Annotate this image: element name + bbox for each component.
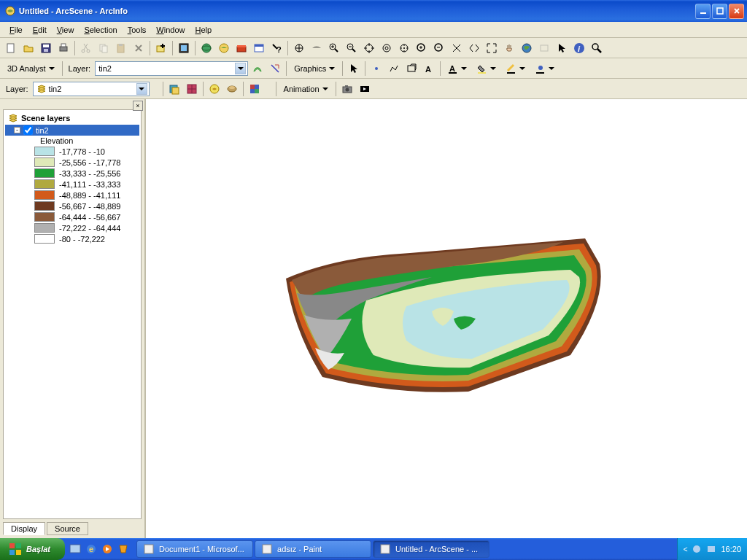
full-extent-globe-icon[interactable]	[519, 40, 535, 56]
line-icon[interactable]	[386, 61, 402, 77]
select-arrow-icon[interactable]	[554, 40, 570, 56]
set-observer-icon[interactable]	[396, 40, 412, 56]
svg-rect-51	[172, 88, 179, 94]
select-graphics-icon[interactable]	[346, 61, 362, 77]
tray-icon-1[interactable]	[692, 544, 702, 554]
save-icon[interactable]	[38, 40, 54, 56]
font-color-dropdown[interactable]: A	[444, 61, 471, 77]
legend-label: -25,556 - -17,778	[59, 158, 120, 167]
tab-display[interactable]: Display	[3, 522, 45, 535]
open-icon[interactable]	[20, 40, 36, 56]
pan-icon[interactable]	[501, 40, 517, 56]
add-data-icon[interactable]	[153, 40, 169, 56]
zoom-target-icon[interactable]	[379, 40, 395, 56]
arcmap-icon[interactable]	[216, 40, 232, 56]
text-icon[interactable]: A	[421, 61, 437, 77]
toggle-ortho-icon[interactable]	[536, 40, 552, 56]
menu-view[interactable]: View	[52, 24, 80, 36]
legend-row: -56,667 - -48,889	[5, 201, 139, 211]
svg-rect-42	[408, 66, 415, 71]
toolbox-icon[interactable]	[233, 40, 249, 56]
legend-label: -64,444 - -56,667	[59, 213, 120, 222]
zoom-in-icon[interactable]	[326, 40, 342, 56]
close-button[interactable]	[729, 4, 744, 19]
legend-swatch	[34, 147, 55, 156]
minimize-button[interactable]	[695, 4, 711, 19]
zoom-out-icon[interactable]	[344, 40, 360, 56]
play-controls-icon[interactable]	[357, 81, 373, 97]
fly-icon[interactable]	[309, 40, 325, 56]
full-extent-icon[interactable]	[484, 40, 500, 56]
marker-color-dropdown[interactable]	[531, 61, 559, 77]
menu-window[interactable]: Window	[151, 24, 190, 36]
rectangle-icon[interactable]	[403, 61, 419, 77]
taskbar-item[interactable]: adsız - Paint	[255, 540, 371, 558]
graphics-dropdown[interactable]: Graphics	[290, 61, 339, 77]
widen-fov-icon[interactable]	[466, 40, 482, 56]
fill-color-dropdown[interactable]	[473, 61, 500, 77]
standard-toolbar: ? i	[0, 38, 747, 58]
cut-icon[interactable]	[78, 40, 94, 56]
menu-selection[interactable]: Selection	[79, 24, 122, 36]
layer-combo-2[interactable]: tin2	[33, 82, 150, 96]
ie-icon[interactable]: e	[85, 543, 97, 555]
legend-label: -48,889 - -41,111	[59, 191, 120, 200]
3d-viewport[interactable]	[146, 99, 747, 538]
svg-point-33	[403, 47, 405, 49]
clock[interactable]: 16:20	[721, 545, 741, 553]
arccatalog-icon[interactable]	[198, 40, 214, 56]
tray-icon-2[interactable]	[706, 544, 716, 554]
navigate-icon[interactable]	[291, 40, 307, 56]
help-icon[interactable]: ?	[268, 40, 285, 56]
menu-edit[interactable]: Edit	[28, 24, 52, 36]
print-icon[interactable]	[55, 40, 71, 56]
menu-help[interactable]: Help	[190, 24, 217, 36]
contour-icon[interactable]	[249, 61, 266, 77]
reclassify-icon[interactable]	[247, 81, 263, 97]
legend-row: -80 - -72,222	[5, 233, 139, 244]
show-desktop-icon[interactable]	[69, 543, 81, 555]
surface-icon[interactable]	[224, 81, 240, 97]
maximize-button[interactable]	[712, 4, 727, 19]
menu-tools[interactable]: Tools	[123, 24, 152, 36]
menu-file[interactable]: File	[4, 24, 28, 36]
3d-analyst-dropdown[interactable]: 3D Analyst	[3, 61, 59, 77]
layer-tin2[interactable]: - tin2	[5, 125, 139, 136]
app-icon[interactable]	[117, 543, 129, 555]
new-icon[interactable]	[3, 40, 19, 56]
delete-icon[interactable]	[131, 40, 147, 56]
scene-properties-icon[interactable]	[176, 40, 192, 56]
wmp-icon[interactable]	[101, 543, 113, 555]
tab-source[interactable]: Source	[47, 522, 88, 535]
legend-swatch	[34, 168, 55, 178]
create-tin-icon[interactable]	[166, 81, 182, 97]
svg-rect-46	[478, 72, 486, 74]
interpolate-icon[interactable]	[206, 81, 222, 97]
paste-icon[interactable]	[113, 40, 129, 56]
modify-tin-icon[interactable]	[184, 81, 200, 97]
capture-icon[interactable]	[339, 81, 355, 97]
zoom-out-fixed-icon[interactable]	[431, 40, 447, 56]
analyst-toolbar: 3D Analyst Layer: tin2 Graphics A A	[0, 58, 747, 79]
legend-label: -72,222 - -64,444	[59, 224, 120, 233]
steepest-path-icon[interactable]	[267, 61, 283, 77]
toc-close-button[interactable]: ×	[133, 101, 143, 111]
center-target-icon[interactable]	[361, 40, 377, 56]
point-icon[interactable]	[368, 61, 384, 77]
macros-icon[interactable]	[251, 40, 267, 56]
start-button[interactable]: Başlat	[0, 538, 65, 560]
layer-combo[interactable]: tin2	[95, 61, 248, 76]
tray-chevron-icon[interactable]: <	[684, 545, 688, 553]
taskbar-item[interactable]: Untitled - ArcScene - ...	[373, 540, 489, 558]
narrow-fov-icon[interactable]	[449, 40, 465, 56]
layer-visibility-checkbox[interactable]	[23, 125, 33, 135]
line-color-dropdown[interactable]	[502, 61, 530, 77]
animation-dropdown[interactable]: Animation	[279, 81, 333, 97]
find-icon[interactable]	[589, 40, 605, 56]
taskbar-item[interactable]: Document1 - Microsof...	[136, 540, 253, 558]
svg-rect-75	[708, 546, 715, 552]
zoom-in-fixed-icon[interactable]	[414, 40, 430, 56]
copy-icon[interactable]	[96, 40, 112, 56]
table-of-contents: × Scene layers - tin2 Elevation -17,778 …	[0, 99, 146, 538]
identify-icon[interactable]: i	[571, 40, 587, 56]
